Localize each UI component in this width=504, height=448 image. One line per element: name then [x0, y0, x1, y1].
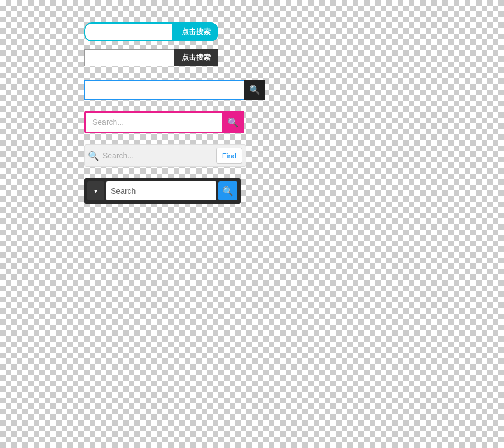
widget2-search-button[interactable]: 点击搜索 — [174, 49, 218, 66]
widget4-search-button[interactable]: 🔍 — [222, 111, 244, 133]
widget2-search-input[interactable] — [84, 49, 174, 66]
widget4-search-input[interactable] — [84, 111, 222, 133]
widget6-dropdown-button[interactable]: ▼ — [87, 181, 104, 200]
widget-5-light-gray: 🔍 Find — [84, 144, 246, 167]
widget1-search-button[interactable]: 点击搜索 — [174, 22, 218, 41]
search-widgets-container: 点击搜索 点击搜索 🔍 🔍 🔍 Find ▼ 🔍 — [84, 22, 265, 204]
widget3-search-button[interactable]: 🔍 — [244, 80, 265, 100]
widget5-search-input[interactable] — [102, 151, 216, 160]
widget-4-magenta: 🔍 — [84, 111, 265, 133]
search-icon: 🔍 — [222, 186, 234, 197]
search-icon: 🔍 — [227, 117, 239, 128]
widget-1-teal: 点击搜索 — [84, 22, 265, 41]
widget6-search-input[interactable] — [106, 181, 216, 200]
search-icon: 🔍 — [88, 151, 99, 161]
widget6-search-button[interactable]: 🔍 — [218, 181, 237, 200]
search-icon: 🔍 — [249, 85, 260, 95]
widget-2-gray: 点击搜索 — [84, 49, 265, 66]
widget-3-blue: 🔍 — [84, 80, 265, 100]
widget3-search-input[interactable] — [84, 80, 244, 100]
widget5-find-button[interactable]: Find — [216, 148, 242, 164]
widget1-search-input[interactable] — [84, 22, 174, 41]
widget-6-dark: ▼ 🔍 — [84, 178, 241, 204]
